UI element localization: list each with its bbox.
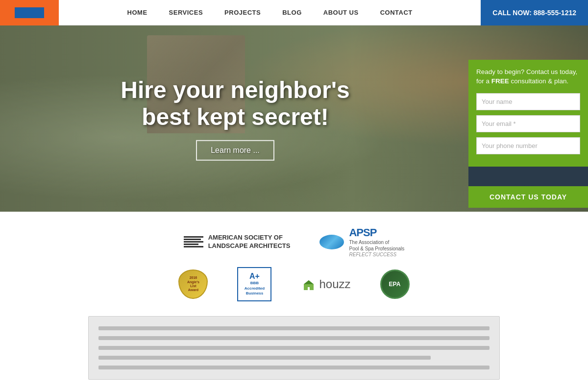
contact-panel-dark: CONTACT US TODAY: [468, 167, 588, 208]
asla-line-3: [184, 241, 203, 243]
asla-line-1: [184, 236, 203, 238]
logo[interactable]: [0, 0, 59, 25]
contact-title-text2: for a: [476, 77, 491, 85]
angies-badge-text: 2016 Angie's List Award: [187, 276, 199, 293]
content-line-5: [98, 366, 490, 369]
nav-item-home[interactable]: HOME: [117, 0, 158, 25]
asla-line-2: [184, 239, 201, 240]
call-now-button[interactable]: CALL NOW: 888-555-1212: [481, 0, 588, 25]
badges-section: AMERICAN SOCIETY OF LANDSCAPE ARCHITECTS…: [0, 212, 588, 306]
nav-item-services[interactable]: SERVICES: [158, 0, 214, 25]
apsp-text-group: APSP The Association ofPool & Spa Profes…: [349, 226, 404, 257]
epa-badge: EPA: [380, 270, 410, 299]
asla-lines-icon: [184, 236, 203, 247]
badges-row-2: 2016 Angie's List Award A+ BBBAccredited…: [10, 267, 578, 301]
content-line-1: [98, 326, 490, 330]
contact-panel-title: Ready to begin? Contact us today, for a …: [476, 68, 580, 86]
houzz-icon: [301, 276, 317, 292]
content-line-4: [98, 356, 431, 360]
navbar: HOME SERVICES PROJECTS BLOG ABOUT US CON…: [0, 0, 588, 25]
contact-submit-button[interactable]: CONTACT US TODAY: [468, 186, 588, 208]
contact-title-text1: Ready to begin? Contact us today,: [476, 68, 577, 75]
asla-text: AMERICAN SOCIETY OF LANDSCAPE ARCHITECTS: [208, 234, 291, 250]
bbb-badge: A+ BBBAccreditedBusiness: [237, 267, 271, 301]
houzz-text: houzz: [319, 277, 350, 291]
hero-headline-line2: best kept secret!: [142, 104, 329, 130]
contact-title-text3: consultation & plan.: [509, 77, 569, 85]
apsp-oval-icon: [319, 235, 344, 249]
hero-background: Hire your neighbor's best kept secret! L…: [0, 25, 588, 212]
badges-row-1: AMERICAN SOCIETY OF LANDSCAPE ARCHITECTS…: [10, 226, 578, 257]
asla-badge: AMERICAN SOCIETY OF LANDSCAPE ARCHITECTS: [184, 234, 291, 250]
content-lines: [98, 326, 490, 369]
learn-more-button[interactable]: Learn more ...: [196, 140, 274, 161]
hero-text-block: Hire your neighbor's best kept secret! L…: [113, 76, 358, 161]
svg-marker-1: [304, 280, 314, 284]
bbb-aplus-text: A+: [249, 272, 260, 281]
nav-item-contact[interactable]: CONTACT: [369, 0, 423, 25]
bottom-content-section: [88, 316, 500, 380]
phone-input[interactable]: [476, 137, 580, 154]
epa-text: EPA: [389, 281, 401, 288]
email-input[interactable]: [476, 115, 580, 132]
apsp-badge: APSP The Association ofPool & Spa Profes…: [319, 226, 404, 257]
apsp-sub-text: The Association ofPool & Spa Professiona…: [349, 239, 404, 252]
asla-line1-text: AMERICAN SOCIETY OF: [208, 234, 291, 242]
content-line-3: [98, 346, 490, 350]
nav-item-projects[interactable]: PROJECTS: [214, 0, 271, 25]
nav-links: HOME SERVICES PROJECTS BLOG ABOUT US CON…: [59, 0, 481, 25]
angies-list-badge: 2016 Angie's List Award: [178, 270, 208, 299]
asla-line-4: [184, 244, 198, 245]
contact-title-emphasis: FREE: [491, 77, 509, 85]
apsp-main-text: APSP: [349, 226, 404, 239]
apsp-tagline-text: REFLECT SUCCESS: [349, 252, 404, 257]
hero-section: Hire your neighbor's best kept secret! L…: [0, 25, 588, 212]
houzz-badge: houzz: [301, 276, 350, 292]
nav-item-blog[interactable]: BLOG: [271, 0, 313, 25]
name-input[interactable]: [476, 93, 580, 110]
hero-headline-line1: Hire your neighbor's: [121, 77, 349, 103]
logo-inner: [15, 7, 44, 18]
panel-arrow-shape: [468, 167, 588, 186]
bbb-label-text: BBBAccreditedBusiness: [245, 281, 265, 296]
content-line-2: [98, 336, 490, 340]
contact-form-panel: Ready to begin? Contact us today, for a …: [468, 60, 588, 208]
hero-headline: Hire your neighbor's best kept secret!: [113, 76, 358, 130]
asla-line2-text: LANDSCAPE ARCHITECTS: [208, 242, 291, 250]
nav-item-about[interactable]: ABOUT US: [313, 0, 369, 25]
contact-panel-green: Ready to begin? Contact us today, for a …: [468, 60, 588, 167]
asla-line-5: [184, 246, 203, 247]
